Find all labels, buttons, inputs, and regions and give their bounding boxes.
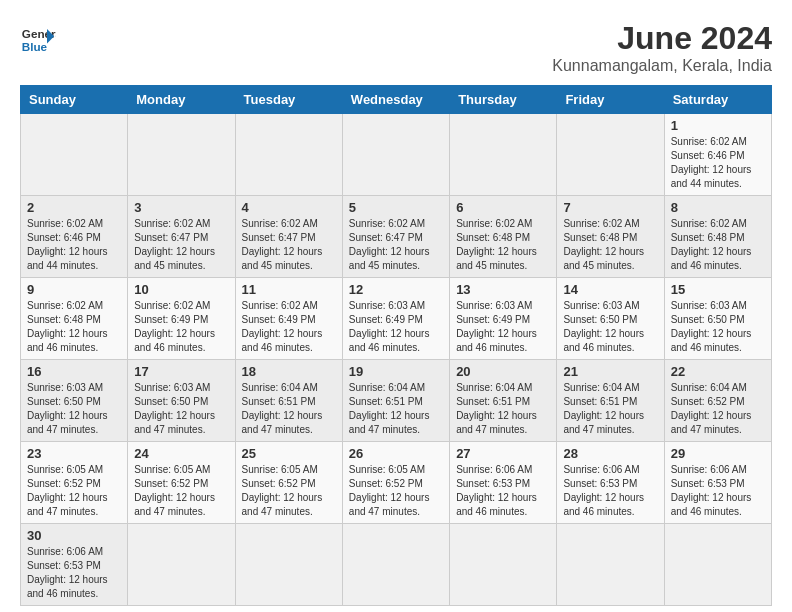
logo: General Blue <box>20 20 56 56</box>
day-number: 20 <box>456 364 550 379</box>
calendar-cell <box>342 114 449 196</box>
calendar-cell <box>450 524 557 606</box>
day-number: 15 <box>671 282 765 297</box>
day-info: Sunrise: 6:02 AMSunset: 6:46 PMDaylight:… <box>671 135 765 191</box>
calendar-week-row: 30Sunrise: 6:06 AMSunset: 6:53 PMDayligh… <box>21 524 772 606</box>
day-info: Sunrise: 6:06 AMSunset: 6:53 PMDaylight:… <box>563 463 657 519</box>
calendar-cell: 27Sunrise: 6:06 AMSunset: 6:53 PMDayligh… <box>450 442 557 524</box>
calendar-cell: 25Sunrise: 6:05 AMSunset: 6:52 PMDayligh… <box>235 442 342 524</box>
calendar-cell: 19Sunrise: 6:04 AMSunset: 6:51 PMDayligh… <box>342 360 449 442</box>
day-info: Sunrise: 6:02 AMSunset: 6:47 PMDaylight:… <box>134 217 228 273</box>
day-info: Sunrise: 6:03 AMSunset: 6:50 PMDaylight:… <box>27 381 121 437</box>
calendar-cell: 15Sunrise: 6:03 AMSunset: 6:50 PMDayligh… <box>664 278 771 360</box>
calendar-cell <box>21 114 128 196</box>
calendar-cell <box>342 524 449 606</box>
day-number: 5 <box>349 200 443 215</box>
day-info: Sunrise: 6:03 AMSunset: 6:49 PMDaylight:… <box>349 299 443 355</box>
calendar-cell: 23Sunrise: 6:05 AMSunset: 6:52 PMDayligh… <box>21 442 128 524</box>
day-number: 2 <box>27 200 121 215</box>
calendar-cell <box>557 524 664 606</box>
calendar-cell: 10Sunrise: 6:02 AMSunset: 6:49 PMDayligh… <box>128 278 235 360</box>
calendar-cell: 6Sunrise: 6:02 AMSunset: 6:48 PMDaylight… <box>450 196 557 278</box>
day-number: 21 <box>563 364 657 379</box>
day-number: 4 <box>242 200 336 215</box>
day-header-saturday: Saturday <box>664 86 771 114</box>
day-info: Sunrise: 6:05 AMSunset: 6:52 PMDaylight:… <box>134 463 228 519</box>
calendar-cell: 11Sunrise: 6:02 AMSunset: 6:49 PMDayligh… <box>235 278 342 360</box>
day-number: 29 <box>671 446 765 461</box>
calendar-cell <box>557 114 664 196</box>
day-number: 1 <box>671 118 765 133</box>
calendar-week-row: 16Sunrise: 6:03 AMSunset: 6:50 PMDayligh… <box>21 360 772 442</box>
day-number: 12 <box>349 282 443 297</box>
calendar-cell: 16Sunrise: 6:03 AMSunset: 6:50 PMDayligh… <box>21 360 128 442</box>
calendar-cell: 30Sunrise: 6:06 AMSunset: 6:53 PMDayligh… <box>21 524 128 606</box>
day-info: Sunrise: 6:02 AMSunset: 6:49 PMDaylight:… <box>134 299 228 355</box>
calendar-header-row: SundayMondayTuesdayWednesdayThursdayFrid… <box>21 86 772 114</box>
calendar-cell <box>128 114 235 196</box>
calendar-cell: 22Sunrise: 6:04 AMSunset: 6:52 PMDayligh… <box>664 360 771 442</box>
calendar-cell: 29Sunrise: 6:06 AMSunset: 6:53 PMDayligh… <box>664 442 771 524</box>
day-number: 30 <box>27 528 121 543</box>
day-info: Sunrise: 6:04 AMSunset: 6:51 PMDaylight:… <box>349 381 443 437</box>
day-info: Sunrise: 6:04 AMSunset: 6:51 PMDaylight:… <box>563 381 657 437</box>
day-info: Sunrise: 6:04 AMSunset: 6:51 PMDaylight:… <box>242 381 336 437</box>
calendar-cell: 18Sunrise: 6:04 AMSunset: 6:51 PMDayligh… <box>235 360 342 442</box>
day-number: 8 <box>671 200 765 215</box>
day-info: Sunrise: 6:04 AMSunset: 6:52 PMDaylight:… <box>671 381 765 437</box>
calendar-cell: 13Sunrise: 6:03 AMSunset: 6:49 PMDayligh… <box>450 278 557 360</box>
day-info: Sunrise: 6:03 AMSunset: 6:49 PMDaylight:… <box>456 299 550 355</box>
calendar-cell: 1Sunrise: 6:02 AMSunset: 6:46 PMDaylight… <box>664 114 771 196</box>
day-info: Sunrise: 6:05 AMSunset: 6:52 PMDaylight:… <box>242 463 336 519</box>
calendar-week-row: 2Sunrise: 6:02 AMSunset: 6:46 PMDaylight… <box>21 196 772 278</box>
calendar-cell: 3Sunrise: 6:02 AMSunset: 6:47 PMDaylight… <box>128 196 235 278</box>
day-info: Sunrise: 6:06 AMSunset: 6:53 PMDaylight:… <box>27 545 121 601</box>
calendar-subtitle: Kunnamangalam, Kerala, India <box>552 57 772 75</box>
calendar-week-row: 9Sunrise: 6:02 AMSunset: 6:48 PMDaylight… <box>21 278 772 360</box>
day-number: 11 <box>242 282 336 297</box>
calendar-cell: 7Sunrise: 6:02 AMSunset: 6:48 PMDaylight… <box>557 196 664 278</box>
calendar-cell: 21Sunrise: 6:04 AMSunset: 6:51 PMDayligh… <box>557 360 664 442</box>
day-info: Sunrise: 6:02 AMSunset: 6:48 PMDaylight:… <box>671 217 765 273</box>
calendar-title: June 2024 <box>552 20 772 57</box>
day-number: 26 <box>349 446 443 461</box>
day-number: 17 <box>134 364 228 379</box>
day-number: 27 <box>456 446 550 461</box>
day-number: 22 <box>671 364 765 379</box>
calendar-cell <box>664 524 771 606</box>
general-blue-logo-icon: General Blue <box>20 20 56 56</box>
day-info: Sunrise: 6:03 AMSunset: 6:50 PMDaylight:… <box>671 299 765 355</box>
calendar-cell <box>235 114 342 196</box>
calendar-table: SundayMondayTuesdayWednesdayThursdayFrid… <box>20 85 772 606</box>
calendar-cell <box>128 524 235 606</box>
day-number: 24 <box>134 446 228 461</box>
day-number: 3 <box>134 200 228 215</box>
day-header-monday: Monday <box>128 86 235 114</box>
day-info: Sunrise: 6:02 AMSunset: 6:48 PMDaylight:… <box>456 217 550 273</box>
calendar-cell: 8Sunrise: 6:02 AMSunset: 6:48 PMDaylight… <box>664 196 771 278</box>
calendar-cell: 20Sunrise: 6:04 AMSunset: 6:51 PMDayligh… <box>450 360 557 442</box>
day-number: 10 <box>134 282 228 297</box>
calendar-cell: 17Sunrise: 6:03 AMSunset: 6:50 PMDayligh… <box>128 360 235 442</box>
calendar-cell: 24Sunrise: 6:05 AMSunset: 6:52 PMDayligh… <box>128 442 235 524</box>
day-header-thursday: Thursday <box>450 86 557 114</box>
day-header-wednesday: Wednesday <box>342 86 449 114</box>
day-info: Sunrise: 6:05 AMSunset: 6:52 PMDaylight:… <box>349 463 443 519</box>
calendar-cell: 9Sunrise: 6:02 AMSunset: 6:48 PMDaylight… <box>21 278 128 360</box>
page-header: General Blue June 2024 Kunnamangalam, Ke… <box>20 20 772 75</box>
calendar-cell: 14Sunrise: 6:03 AMSunset: 6:50 PMDayligh… <box>557 278 664 360</box>
day-number: 6 <box>456 200 550 215</box>
day-info: Sunrise: 6:02 AMSunset: 6:48 PMDaylight:… <box>563 217 657 273</box>
day-info: Sunrise: 6:06 AMSunset: 6:53 PMDaylight:… <box>456 463 550 519</box>
calendar-cell: 4Sunrise: 6:02 AMSunset: 6:47 PMDaylight… <box>235 196 342 278</box>
calendar-cell <box>450 114 557 196</box>
day-header-sunday: Sunday <box>21 86 128 114</box>
day-header-friday: Friday <box>557 86 664 114</box>
day-number: 16 <box>27 364 121 379</box>
day-info: Sunrise: 6:03 AMSunset: 6:50 PMDaylight:… <box>134 381 228 437</box>
day-info: Sunrise: 6:02 AMSunset: 6:47 PMDaylight:… <box>349 217 443 273</box>
day-number: 14 <box>563 282 657 297</box>
calendar-cell <box>235 524 342 606</box>
calendar-week-row: 23Sunrise: 6:05 AMSunset: 6:52 PMDayligh… <box>21 442 772 524</box>
calendar-cell: 28Sunrise: 6:06 AMSunset: 6:53 PMDayligh… <box>557 442 664 524</box>
